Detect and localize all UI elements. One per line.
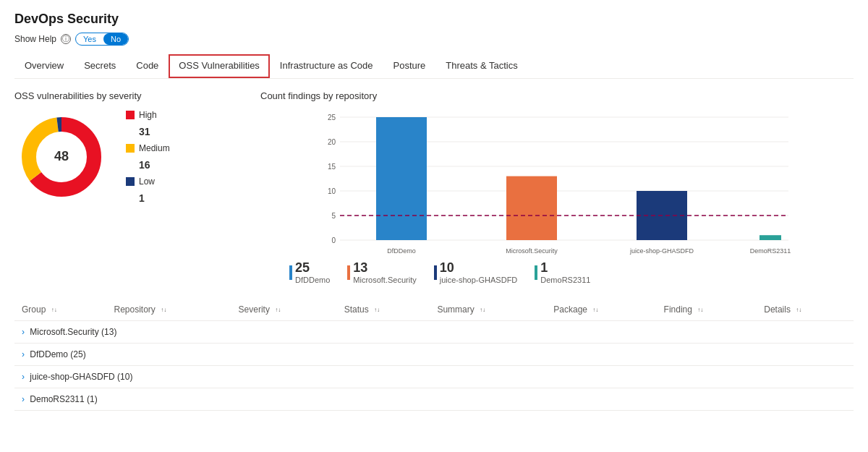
chart-legend-juice-shop: 10 juice-shop-GHASDFD: [434, 260, 518, 284]
chart-legend-demors-name: DemoRS2311: [540, 276, 590, 284]
bar-chart-svg: 25 20 15 10 5 0 DfDDemo Microsoft.Securi…: [260, 110, 854, 255]
chart-legend-juice-shop-info: 10 juice-shop-GHASDFD: [440, 260, 518, 284]
nav-tabs: Overview Secrets Code OSS Vulnerabilitie…: [14, 54, 854, 79]
legend-medium: Medium: [126, 143, 170, 153]
page-container: DevOps Security Show Help ⓘ Yes No Overv…: [0, 0, 868, 422]
chart-legend-demors-count: 1: [540, 260, 590, 276]
tab-overview[interactable]: Overview: [14, 54, 74, 78]
legend-medium-label: Medium: [139, 143, 170, 153]
tab-threats-tactics[interactable]: Threats & Tactics: [435, 54, 527, 78]
legend-low: Low: [126, 176, 170, 187]
legend-medium-count-row: 16: [126, 159, 170, 171]
legend-bar-juice-shop: [434, 265, 437, 280]
svg-text:DfDDemo: DfDDemo: [387, 247, 416, 255]
group-demors-label: DemoRS2311 (1): [30, 394, 97, 404]
help-icon[interactable]: ⓘ: [61, 34, 71, 44]
bar-chart-area: 25 20 15 10 5 0 DfDDemo Microsoft.Securi…: [260, 110, 854, 255]
sort-severity[interactable]: ↑↓: [275, 307, 281, 313]
legend-high-label: High: [139, 110, 157, 120]
svg-text:15: 15: [328, 163, 336, 171]
tab-secrets[interactable]: Secrets: [74, 54, 126, 78]
sort-finding[interactable]: ↑↓: [697, 307, 703, 313]
expand-demors-icon[interactable]: ›: [22, 394, 25, 404]
col-severity: Severity ↑↓: [231, 299, 337, 321]
sort-status[interactable]: ↑↓: [374, 307, 380, 313]
chart-legend-microsoft-name: Microsoft.Security: [353, 276, 416, 284]
col-finding: Finding ↑↓: [657, 299, 757, 321]
sort-details[interactable]: ↑↓: [796, 307, 801, 313]
chart-legend-dfddemo: 25 DfDDemo: [289, 260, 330, 284]
group-dfddemo: › DfDDemo (25): [14, 344, 854, 366]
expand-microsoft-security-icon[interactable]: ›: [22, 327, 25, 337]
legend-high-color: [126, 111, 135, 119]
col-details: Details ↑↓: [757, 299, 854, 321]
col-repository: Repository ↑↓: [107, 299, 231, 321]
table-row[interactable]: › Microsoft.Security (13): [14, 321, 854, 344]
toggle-no-button[interactable]: No: [103, 33, 128, 45]
donut-chart-section: OSS vulnerabilities by severity 48: [14, 90, 231, 284]
legend-bar-demors: [535, 265, 537, 280]
chart-legend-microsoft-count: 13: [353, 260, 416, 276]
toggle-yes-button[interactable]: Yes: [76, 33, 103, 45]
svg-text:0: 0: [331, 236, 336, 244]
donut-chart-svg: 48: [14, 110, 109, 204]
tab-infrastructure-as-code[interactable]: Infrastructure as Code: [270, 54, 383, 78]
toggle-group: Yes No: [75, 33, 129, 46]
legend-medium-color: [126, 144, 135, 153]
svg-text:48: 48: [54, 149, 69, 163]
table-row[interactable]: › juice-shop-GHASDFD (10): [14, 366, 854, 388]
legend-high-count-row: 31: [126, 126, 170, 137]
col-package: Package ↑↓: [546, 299, 656, 321]
svg-text:juice-shop-GHASDFD: juice-shop-GHASDFD: [629, 247, 694, 255]
legend-high-count: 31: [139, 126, 150, 137]
chart-legend-dfddemo-info: 25 DfDDemo: [295, 260, 330, 284]
legend-low-label: Low: [139, 176, 155, 187]
chart-legend-dfddemo-name: DfDDemo: [295, 276, 330, 284]
legend-low-color: [126, 177, 135, 186]
chart-legend-juice-shop-count: 10: [440, 260, 518, 276]
sort-package[interactable]: ↑↓: [592, 307, 598, 313]
tab-oss-vulnerabilities[interactable]: OSS Vulnerabilities: [169, 54, 270, 78]
svg-text:DemoRS2311: DemoRS2311: [750, 247, 791, 255]
table-row[interactable]: › DemoRS2311 (1): [14, 388, 854, 411]
expand-juice-shop-icon[interactable]: ›: [22, 372, 25, 382]
bar-dfddemo[interactable]: [376, 117, 427, 240]
group-microsoft-security-label: Microsoft.Security (13): [30, 327, 116, 337]
tab-code[interactable]: Code: [126, 54, 169, 78]
sort-group[interactable]: ↑↓: [51, 307, 57, 313]
legend-low-count-row: 1: [126, 192, 170, 204]
table-header-row: Group ↑↓ Repository ↑↓ Severity ↑↓ Statu…: [14, 299, 854, 321]
group-juice-shop-label: juice-shop-GHASDFD (10): [30, 372, 132, 382]
bar-chart-title: Count findings by repository: [260, 90, 854, 101]
table-body: › Microsoft.Security (13) › DfDDemo (25)…: [14, 321, 854, 411]
table-header: Group ↑↓ Repository ↑↓ Severity ↑↓ Statu…: [14, 299, 854, 321]
chart-legend-juice-shop-name: juice-shop-GHASDFD: [440, 276, 518, 284]
group-microsoft-security: › Microsoft.Security (13): [14, 321, 854, 344]
sort-repository[interactable]: ↑↓: [161, 307, 166, 313]
bar-demors2311[interactable]: [760, 235, 781, 240]
col-group: Group ↑↓: [14, 299, 107, 321]
table-row[interactable]: › DfDDemo (25): [14, 344, 854, 366]
page-header: DevOps Security Show Help ⓘ Yes No: [14, 12, 854, 46]
legend-high: High: [126, 110, 170, 120]
group-juice-shop: › juice-shop-GHASDFD (10): [14, 366, 854, 388]
col-status: Status ↑↓: [337, 299, 430, 321]
svg-text:25: 25: [328, 114, 336, 121]
chart-legend-microsoft-info: 13 Microsoft.Security: [353, 260, 416, 284]
page-title: DevOps Security: [14, 12, 854, 27]
tab-posture[interactable]: Posture: [383, 54, 435, 78]
expand-dfddemo-icon[interactable]: ›: [22, 349, 25, 359]
sort-summary[interactable]: ↑↓: [480, 307, 485, 313]
legend-bar-microsoft: [347, 265, 350, 280]
chart-legend-demors-info: 1 DemoRS2311: [540, 260, 590, 284]
content-area: OSS vulnerabilities by severity 48: [14, 90, 854, 284]
bar-microsoft-security[interactable]: [506, 176, 557, 240]
bar-chart-section: Count findings by repository 25 20 15 10: [260, 90, 854, 284]
svg-text:20: 20: [328, 138, 336, 146]
col-summary: Summary ↑↓: [430, 299, 546, 321]
chart-legend-microsoft: 13 Microsoft.Security: [347, 260, 416, 284]
legend-bar-dfddemo: [289, 265, 292, 280]
chart-legends: 25 DfDDemo 13 Microsoft.Security 10 ju: [260, 260, 854, 284]
svg-text:Microsoft.Security: Microsoft.Security: [506, 247, 558, 255]
show-help-label: Show Help: [14, 34, 56, 44]
